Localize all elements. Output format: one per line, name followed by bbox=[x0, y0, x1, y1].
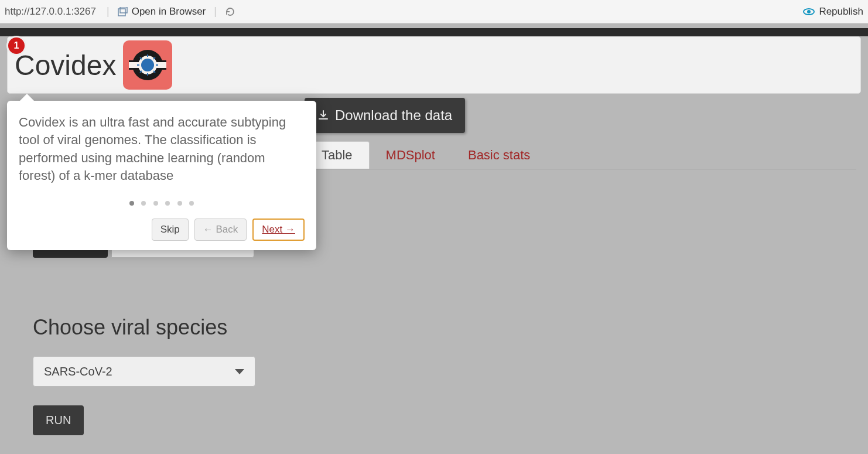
app-title: Covidex bbox=[15, 49, 116, 81]
browser-toolbar: http://127.0.0.1:3267 | Open in Browser … bbox=[0, 0, 868, 23]
app-logo-icon bbox=[123, 40, 172, 90]
download-data-label: Download the data bbox=[335, 107, 452, 124]
tour-popover: Covidex is an ultra fast and accurate su… bbox=[7, 101, 316, 250]
tour-buttons: Skip ← Back Next → bbox=[19, 219, 305, 241]
species-select[interactable]: SARS-CoV-2 bbox=[33, 356, 255, 387]
tabs-bar: Table MDSplot Basic stats bbox=[305, 141, 856, 170]
dot bbox=[141, 201, 146, 206]
divider: | bbox=[107, 5, 110, 18]
refresh-button[interactable] bbox=[221, 5, 239, 18]
section-heading-species: Choose viral species bbox=[33, 315, 227, 340]
open-in-browser-label: Open in Browser bbox=[132, 6, 206, 18]
app-area: Download the data Table MDSplot Basic st… bbox=[0, 23, 868, 454]
svg-point-2 bbox=[807, 10, 811, 13]
tour-progress-dots bbox=[19, 197, 305, 208]
svg-point-8 bbox=[141, 59, 154, 71]
dot bbox=[189, 201, 194, 206]
dot bbox=[165, 201, 170, 206]
tab-basic-stats[interactable]: Basic stats bbox=[452, 142, 546, 169]
run-button[interactable]: RUN bbox=[33, 405, 84, 435]
divider: | bbox=[214, 5, 217, 18]
tour-back-button: ← Back bbox=[194, 219, 247, 241]
open-in-browser-button[interactable]: Open in Browser bbox=[114, 5, 210, 19]
chevron-down-icon bbox=[235, 369, 244, 374]
republish-button[interactable]: Republish bbox=[802, 6, 863, 18]
tour-skip-button[interactable]: Skip bbox=[152, 219, 189, 241]
republish-icon bbox=[802, 6, 815, 17]
tour-step-badge: 1 bbox=[6, 36, 26, 56]
tour-next-button[interactable]: Next → bbox=[252, 219, 305, 241]
refresh-icon bbox=[225, 6, 235, 17]
species-select-value: SARS-CoV-2 bbox=[44, 365, 112, 378]
dot bbox=[177, 201, 182, 206]
popout-icon bbox=[118, 7, 128, 16]
download-data-button[interactable]: Download the data bbox=[305, 98, 465, 133]
url-text: http://127.0.0.1:3267 bbox=[5, 6, 102, 18]
app-header: Covidex 1 bbox=[7, 36, 861, 94]
download-icon bbox=[317, 110, 329, 121]
dot bbox=[153, 201, 158, 206]
svg-rect-1 bbox=[120, 7, 127, 13]
tour-text: Covidex is an ultra fast and accurate su… bbox=[19, 114, 305, 185]
dot bbox=[129, 201, 134, 206]
tab-mdsplot[interactable]: MDSplot bbox=[370, 142, 452, 169]
republish-label: Republish bbox=[819, 6, 863, 18]
svg-rect-0 bbox=[118, 9, 125, 16]
